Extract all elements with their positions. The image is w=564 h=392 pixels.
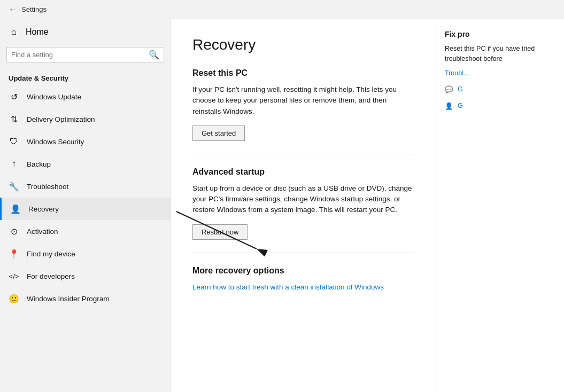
more-recovery-title: More recovery options [192, 266, 414, 276]
right-panel-item-label-2: G [458, 102, 463, 109]
sidebar-item-backup[interactable]: ↑ Backup [0, 153, 171, 175]
advanced-startup-description: Start up from a device or disc (such as … [192, 183, 414, 216]
sidebar-item-label: Delivery Optimization [27, 115, 95, 123]
chat-icon: 💬 [445, 85, 453, 93]
section-divider-2 [192, 253, 414, 253]
title-bar-title: Settings [21, 5, 47, 13]
sidebar-item-label: Troubleshoot [27, 183, 68, 191]
sidebar-item-home[interactable]: ⌂ Home [0, 19, 171, 45]
sidebar-item-label: For developers [27, 272, 75, 280]
right-panel-description: Reset this PC if you have tried troubles… [445, 44, 555, 64]
sidebar-item-label: Backup [27, 160, 51, 168]
advanced-startup-title: Advanced startup [192, 167, 414, 177]
windows-insider-icon: 🙂 [9, 293, 19, 304]
back-button[interactable]: ← [9, 5, 17, 14]
developers-icon: </> [9, 271, 19, 281]
search-icon: 🔍 [149, 50, 159, 60]
sidebar: ⌂ Home 🔍 Update & Security ↺ Windows Upd… [0, 19, 171, 392]
search-box: 🔍 [6, 47, 164, 62]
windows-security-icon: 🛡 [9, 136, 19, 147]
sidebar-item-recovery[interactable]: 👤 Recovery [0, 198, 171, 220]
sidebar-item-label: Windows Update [27, 93, 81, 101]
main-layout: ⌂ Home 🔍 Update & Security ↺ Windows Upd… [0, 19, 564, 392]
title-bar: ← Settings [0, 0, 564, 19]
right-panel-link[interactable]: Troubl... [445, 69, 555, 77]
sidebar-home-label: Home [26, 27, 49, 37]
sidebar-item-troubleshoot[interactable]: 🔧 Troubleshoot [0, 175, 171, 198]
get-started-button[interactable]: Get started [192, 126, 245, 141]
sidebar-item-label: Activation [27, 228, 58, 236]
sidebar-section-title: Update & Security [0, 69, 171, 85]
find-device-icon: 📍 [9, 248, 19, 259]
right-panel: Fix pro Reset this PC if you have tried … [436, 19, 564, 392]
sidebar-item-windows-security[interactable]: 🛡 Windows Security [0, 130, 171, 153]
sidebar-item-windows-insider[interactable]: 🙂 Windows Insider Program [0, 287, 171, 310]
sidebar-item-for-developers[interactable]: </> For developers [0, 265, 171, 287]
sidebar-item-delivery-optimization[interactable]: ⇅ Delivery Optimization [0, 108, 171, 130]
sidebar-item-label: Windows Insider Program [27, 295, 110, 303]
reset-pc-section: Reset this PC If your PC isn't running w… [192, 68, 414, 141]
backup-icon: ↑ [9, 159, 19, 169]
more-recovery-section: More recovery options Learn how to start… [192, 266, 414, 292]
home-icon: ⌂ [9, 27, 19, 37]
search-input[interactable] [11, 51, 149, 59]
troubleshoot-icon: 🔧 [9, 181, 19, 192]
activation-icon: ⊙ [9, 226, 19, 237]
windows-update-icon: ↺ [9, 91, 19, 102]
restart-now-button[interactable]: Restart now [192, 224, 248, 240]
sidebar-item-label: Windows Security [27, 138, 84, 146]
clean-install-link[interactable]: Learn how to start fresh with a clean in… [192, 283, 384, 291]
content-area: Recovery Reset this PC If your PC isn't … [171, 19, 436, 392]
right-panel-item-1[interactable]: 💬 G [445, 85, 555, 93]
right-panel-item-label-1: G [458, 85, 463, 93]
sidebar-item-label: Recovery [28, 205, 59, 213]
right-panel-title: Fix pro [445, 30, 555, 38]
sidebar-item-activation[interactable]: ⊙ Activation [0, 220, 171, 242]
recovery-icon: 👤 [10, 203, 21, 214]
user-icon: 👤 [445, 102, 453, 110]
sidebar-item-windows-update[interactable]: ↺ Windows Update [0, 85, 171, 108]
advanced-startup-section: Advanced startup Start up from a device … [192, 167, 414, 240]
delivery-optimization-icon: ⇅ [9, 114, 19, 124]
sidebar-item-find-device[interactable]: 📍 Find my device [0, 242, 171, 265]
reset-pc-title: Reset this PC [192, 68, 414, 78]
section-divider [192, 154, 414, 154]
page-title: Recovery [192, 36, 414, 53]
reset-pc-description: If your PC isn't running well, resetting… [192, 84, 414, 117]
right-panel-item-2[interactable]: 👤 G [445, 102, 555, 110]
sidebar-item-label: Find my device [27, 250, 75, 258]
